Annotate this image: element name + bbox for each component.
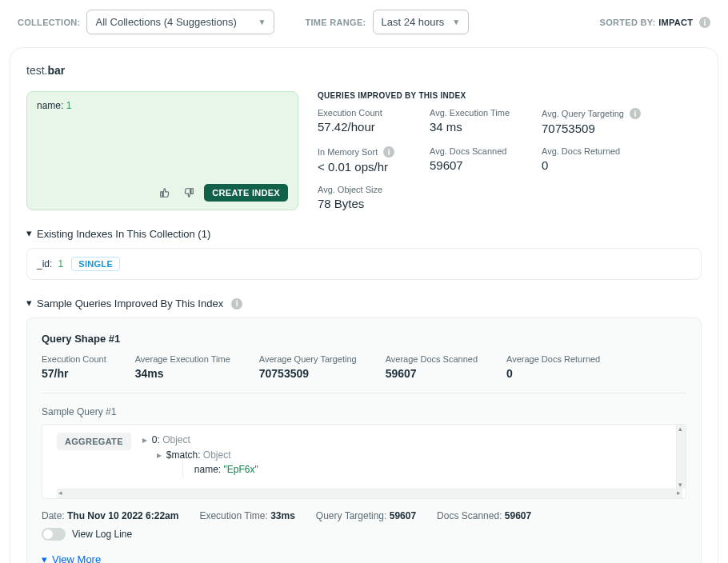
horizontal-scrollbar[interactable]: ◂▸ (57, 489, 682, 498)
query-type-pill: AGGREGATE (57, 433, 131, 450)
shape-metric-avg-exec-time: Average Execution Time 34ms (135, 354, 230, 380)
vertical-scrollbar[interactable]: ▴▾ (676, 425, 686, 489)
view-log-line-label: View Log Line (72, 529, 132, 540)
index-spec-key: name: (37, 100, 66, 111)
metric-label: In Memory Sorti (318, 146, 406, 158)
sample-queries-section: ▾ Sample Queries Improved By This Index … (26, 297, 702, 563)
suggested-index-box: name: 1 CREATE INDEX (26, 91, 298, 210)
metric-value: 78 Bytes (318, 197, 406, 210)
shape-metric-execution-count: Execution Count 57/hr (42, 354, 106, 380)
metric-label: Avg. Docs Scanned (430, 146, 518, 156)
metric-label: Average Execution Time (135, 354, 230, 364)
index-type-badge: SINGLE (71, 257, 120, 271)
shape-metric-avg-query-targeting: Average Query Targeting 70753509 (259, 354, 357, 380)
top-filter-bar: COLLECTION: All Collections (4 Suggestio… (10, 10, 718, 47)
info-icon[interactable]: i (630, 108, 641, 119)
meta-exec-time: Execution Time: 33ms (199, 510, 294, 521)
info-icon[interactable]: i (383, 146, 394, 158)
sorted-by: SORTED BY: IMPACT i (600, 16, 710, 29)
metric-label: Avg. Docs Returned (542, 146, 630, 156)
tree-row[interactable]: ▸0: Object (142, 433, 258, 448)
metric-value: 34ms (135, 367, 230, 380)
chevron-down-icon: ▼ (452, 18, 460, 26)
metric-value: < 0.01 ops/hr (318, 160, 406, 174)
index-and-metrics-row: name: 1 CREATE INDEX QUERIES IMPROVED BY… (26, 91, 702, 210)
metric-label: Average Docs Scanned (386, 354, 478, 364)
timerange-select-value: Last 24 hours (382, 16, 445, 28)
metric-avg-object-size: Avg. Object Size 78 Bytes (318, 185, 406, 210)
chevron-down-icon: ▾ (26, 227, 32, 239)
metric-avg-query-targeting: Avg. Query Targetingi 70753509 (542, 108, 641, 135)
collection-select[interactable]: All Collections (4 Suggestions) ▼ (86, 10, 274, 34)
namespace: test.bar (26, 64, 702, 77)
shape-metric-avg-docs-scanned: Average Docs Scanned 59607 (386, 354, 478, 380)
query-tree: ▸0: Object ▸$match: Object name: "EpF6x" (142, 433, 258, 477)
thumbs-down-button[interactable] (180, 184, 198, 202)
existing-indexes-header: Existing Indexes In This Collection (1) (37, 228, 210, 240)
metric-label: Avg. Object Size (318, 185, 406, 194)
suggestion-card: test.bar name: 1 CREATE INDEX QUERIES IM… (10, 47, 718, 563)
metric-value: 59607 (386, 367, 478, 380)
metric-value: 70753509 (542, 122, 641, 135)
db-name: test. (26, 64, 47, 77)
metrics-grid: Execution Count 57.42/hour Avg. Executio… (318, 108, 702, 210)
metric-value: 34 ms (430, 120, 518, 134)
thumbs-up-button[interactable] (156, 184, 174, 202)
metric-value: 57.42/hour (318, 120, 406, 134)
collection-select-value: All Collections (4 Suggestions) (95, 16, 236, 28)
index-spec: name: 1 (37, 100, 288, 111)
divider (42, 393, 686, 393)
metric-value: 70753509 (259, 367, 357, 380)
index-actions: CREATE INDEX (37, 184, 288, 202)
metric-avg-docs-returned: Avg. Docs Returned 0 (542, 146, 630, 174)
metric-label: Avg. Execution Time (430, 108, 518, 118)
shape-metric-avg-docs-returned: Average Docs Returned 0 (506, 354, 600, 380)
sorted-by-value: IMPACT (658, 18, 693, 27)
existing-index-key: _id: 1 (37, 258, 63, 270)
queries-improved-header: QUERIES IMPROVED BY THIS INDEX (318, 91, 702, 100)
metric-value: 59607 (430, 158, 518, 172)
tree-row: name: "EpF6x" (142, 462, 258, 477)
collection-name: bar (47, 64, 65, 77)
chevron-down-icon: ▼ (258, 18, 266, 26)
metric-label: Execution Count (42, 354, 106, 364)
metric-in-memory-sort: In Memory Sorti < 0.01 ops/hr (318, 146, 406, 174)
query-shape-title: Query Shape #1 (42, 333, 686, 345)
sample-query-block: AGGREGATE ▸0: Object ▸$match: Object nam… (42, 424, 686, 499)
timerange-select[interactable]: Last 24 hours ▼ (373, 10, 470, 34)
view-more-link[interactable]: ▾ View More (42, 553, 686, 563)
shape-metrics-row: Execution Count 57/hr Average Execution … (42, 354, 686, 380)
view-log-line-toggle[interactable] (42, 528, 66, 541)
sample-queries-header: Sample Queries Improved By This Index (37, 297, 223, 309)
info-icon[interactable]: i (699, 17, 710, 28)
meta-date: Date: Thu Nov 10 2022 6:22am (42, 510, 178, 521)
queries-improved-panel: QUERIES IMPROVED BY THIS INDEX Execution… (318, 91, 702, 210)
metric-label: Average Query Targeting (259, 354, 357, 364)
metric-label: Execution Count (318, 108, 406, 118)
caret-right-icon: ▸ (157, 448, 162, 463)
info-icon[interactable]: i (231, 298, 242, 309)
metric-value: 0 (506, 367, 600, 380)
existing-indexes-toggle[interactable]: ▾ Existing Indexes In This Collection (1… (26, 228, 702, 240)
query-shape-panel: Query Shape #1 Execution Count 57/hr Ave… (26, 317, 702, 563)
metric-value: 0 (542, 158, 630, 172)
timerange-label: TIME RANGE: (305, 18, 366, 27)
metric-avg-exec-time: Avg. Execution Time 34 ms (430, 108, 518, 135)
metric-label: Average Docs Returned (506, 354, 600, 364)
tree-row[interactable]: ▸$match: Object (142, 448, 258, 463)
index-spec-value: 1 (66, 100, 72, 111)
caret-right-icon: ▸ (142, 433, 147, 448)
sample-meta-row: Date: Thu Nov 10 2022 6:22am Execution T… (42, 510, 686, 521)
sample-queries-toggle[interactable]: ▾ Sample Queries Improved By This Index … (26, 297, 702, 309)
existing-index-row: _id: 1 SINGLE (26, 248, 702, 280)
sorted-by-label: SORTED BY: (600, 18, 656, 27)
metric-execution-count: Execution Count 57.42/hour (318, 108, 406, 135)
metric-value: 57/hr (42, 367, 106, 380)
metric-label: Avg. Query Targetingi (542, 108, 641, 119)
chevron-down-icon: ▾ (26, 297, 32, 309)
meta-query-targeting: Query Targeting: 59607 (316, 510, 416, 521)
meta-docs-scanned: Docs Scanned: 59607 (437, 510, 531, 521)
view-more-label: View More (52, 553, 101, 563)
existing-indexes-section: ▾ Existing Indexes In This Collection (1… (26, 228, 702, 280)
create-index-button[interactable]: CREATE INDEX (204, 184, 288, 202)
